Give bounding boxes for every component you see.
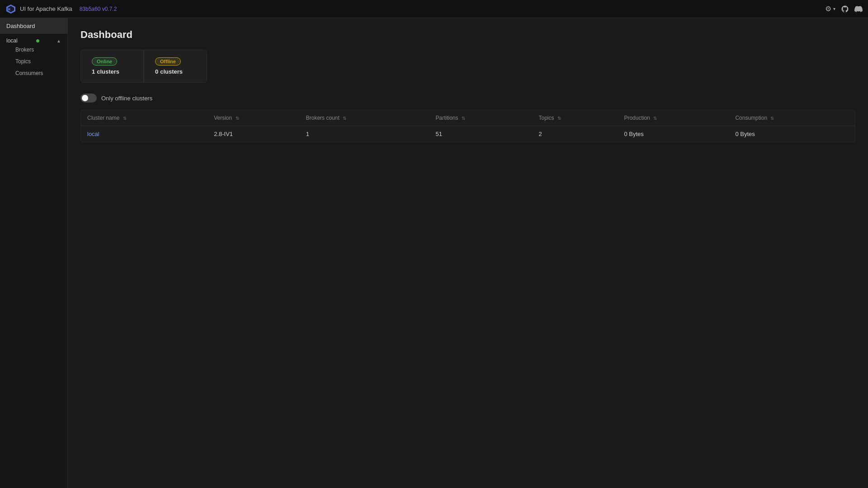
sort-icon-production: ⇅ xyxy=(653,116,657,121)
col-version[interactable]: Version ⇅ xyxy=(208,110,300,126)
sidebar-item-brokers[interactable]: Brokers xyxy=(6,44,61,56)
chevron-up-icon: ▲ xyxy=(57,38,61,43)
offline-clusters-card: Offline 0clusters xyxy=(144,50,207,83)
table-header: Cluster name ⇅ Version ⇅ Brokers count ⇅ xyxy=(81,110,855,126)
chevron-down-icon: ▾ xyxy=(833,6,835,11)
offline-badge: Offline xyxy=(155,57,181,66)
cell-partitions: 51 xyxy=(429,126,532,142)
sidebar-item-dashboard[interactable]: Dashboard xyxy=(0,18,67,34)
cluster-stats-cards: Online 1clusters Offline 0clusters xyxy=(80,50,855,83)
app-logo: K UI for Apache Kafka 83b5a60 v0.7.2 xyxy=(5,4,117,14)
cell-consumption: 0 Bytes xyxy=(729,126,855,142)
sort-icon-brokers: ⇅ xyxy=(343,116,346,121)
offline-count: 0clusters xyxy=(155,68,196,75)
cell-version: 2.8-IV1 xyxy=(208,126,300,142)
online-count: 1clusters xyxy=(92,68,132,75)
settings-icon: ⚙ xyxy=(825,5,831,13)
online-badge: Online xyxy=(92,57,117,66)
github-icon xyxy=(841,5,849,13)
only-offline-label: Only offline clusters xyxy=(101,95,152,102)
kafka-logo-icon: K xyxy=(5,4,16,14)
github-button[interactable] xyxy=(841,5,849,13)
discord-button[interactable] xyxy=(854,5,863,13)
online-clusters-card: Online 1clusters xyxy=(80,50,144,83)
col-production[interactable]: Production ⇅ xyxy=(618,110,729,126)
table-row[interactable]: local 2.8-IV1 1 51 2 0 Bytes 0 Bytes xyxy=(81,126,855,142)
sidebar-cluster-group: local ▲ Brokers Topics Consumers xyxy=(0,34,67,81)
only-offline-toggle[interactable] xyxy=(80,94,97,103)
table-body: local 2.8-IV1 1 51 2 0 Bytes 0 Bytes xyxy=(81,126,855,142)
sidebar: Dashboard local ▲ Brokers Topics Consume… xyxy=(0,18,68,488)
col-cluster-name[interactable]: Cluster name ⇅ xyxy=(81,110,208,126)
topbar: K UI for Apache Kafka 83b5a60 v0.7.2 ⚙ ▾ xyxy=(0,0,868,18)
col-partitions[interactable]: Partitions ⇅ xyxy=(429,110,532,126)
sidebar-cluster-header[interactable]: local ▲ xyxy=(6,38,61,44)
app-name-label: UI for Apache Kafka xyxy=(20,5,72,12)
discord-icon xyxy=(854,5,863,13)
settings-button[interactable]: ⚙ ▾ xyxy=(825,5,835,13)
sidebar-cluster-name: local xyxy=(6,38,18,44)
sort-icon-cluster-name: ⇅ xyxy=(123,116,127,121)
cluster-status-dot xyxy=(36,39,39,42)
svg-text:K: K xyxy=(8,8,10,11)
col-topics[interactable]: Topics ⇅ xyxy=(532,110,618,126)
col-brokers-count[interactable]: Brokers count ⇅ xyxy=(300,110,429,126)
sidebar-item-consumers[interactable]: Consumers xyxy=(6,67,61,79)
sort-icon-topics: ⇅ xyxy=(557,116,561,121)
clusters-table-container: Cluster name ⇅ Version ⇅ Brokers count ⇅ xyxy=(80,110,855,142)
cell-brokers-count: 1 xyxy=(300,126,429,142)
col-consumption[interactable]: Consumption ⇅ xyxy=(729,110,855,126)
sort-icon-version: ⇅ xyxy=(236,116,239,121)
main-content: Dashboard Online 1clusters Offline 0clus… xyxy=(68,18,868,488)
clusters-table: Cluster name ⇅ Version ⇅ Brokers count ⇅ xyxy=(81,110,855,142)
sort-icon-consumption: ⇅ xyxy=(770,116,774,121)
cell-topics: 2 xyxy=(532,126,618,142)
cell-production: 0 Bytes xyxy=(618,126,729,142)
page-title: Dashboard xyxy=(80,29,855,41)
app-version-label: 83b5a60 v0.7.2 xyxy=(80,6,117,12)
sidebar-item-topics[interactable]: Topics xyxy=(6,56,61,67)
toggle-slider xyxy=(80,94,97,103)
cell-cluster-name: local xyxy=(81,126,208,142)
main-layout: Dashboard local ▲ Brokers Topics Consume… xyxy=(0,18,868,488)
only-offline-toggle-row: Only offline clusters xyxy=(80,94,855,103)
sort-icon-partitions: ⇅ xyxy=(462,116,465,121)
topbar-actions: ⚙ ▾ xyxy=(825,5,863,13)
